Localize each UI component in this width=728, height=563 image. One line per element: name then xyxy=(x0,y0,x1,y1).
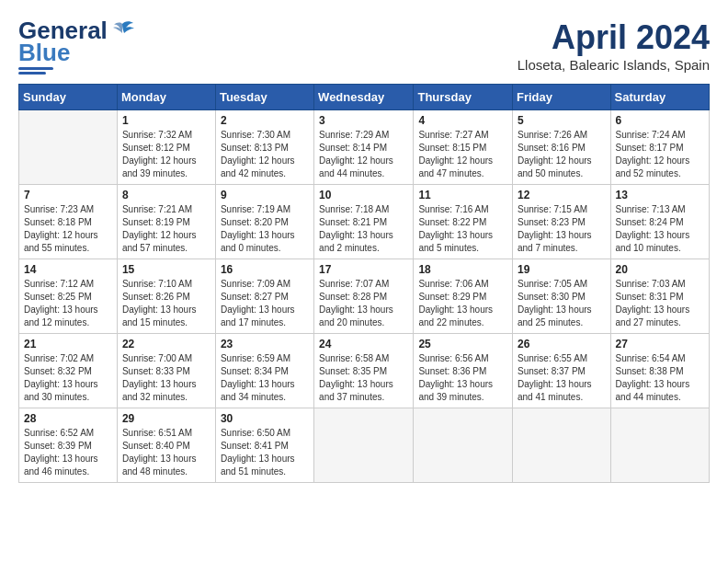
day-info: Sunrise: 7:02 AM Sunset: 8:32 PM Dayligh… xyxy=(24,352,112,404)
day-number: 2 xyxy=(221,114,309,127)
calendar-day-header: Friday xyxy=(513,85,611,110)
calendar-day-cell: 25Sunrise: 6:56 AM Sunset: 8:36 PM Dayli… xyxy=(414,334,513,408)
title-area: April 2024 Lloseta, Balearic Islands, Sp… xyxy=(518,18,710,73)
calendar-day-cell: 20Sunrise: 7:03 AM Sunset: 8:31 PM Dayli… xyxy=(610,259,709,334)
calendar-day-cell: 29Sunrise: 6:51 AM Sunset: 8:40 PM Dayli… xyxy=(117,408,215,483)
day-number: 3 xyxy=(319,114,408,127)
calendar-week-row: 7Sunrise: 7:23 AM Sunset: 8:18 PM Daylig… xyxy=(19,185,710,259)
logo-bird-icon xyxy=(109,20,135,40)
day-number: 12 xyxy=(518,189,606,201)
day-number: 22 xyxy=(122,338,210,350)
calendar-week-row: 1Sunrise: 7:32 AM Sunset: 8:12 PM Daylig… xyxy=(19,110,710,185)
day-number: 11 xyxy=(418,189,507,201)
day-info: Sunrise: 7:03 AM Sunset: 8:31 PM Dayligh… xyxy=(616,278,704,329)
location: Lloseta, Balearic Islands, Spain xyxy=(518,57,710,73)
day-number: 10 xyxy=(319,189,408,201)
day-info: Sunrise: 6:50 AM Sunset: 8:41 PM Dayligh… xyxy=(221,427,309,478)
day-number: 26 xyxy=(518,338,606,350)
day-info: Sunrise: 7:27 AM Sunset: 8:15 PM Dayligh… xyxy=(418,129,507,180)
day-number: 17 xyxy=(319,263,408,276)
day-number: 28 xyxy=(24,412,112,425)
day-number: 23 xyxy=(221,338,309,350)
day-info: Sunrise: 7:19 AM Sunset: 8:20 PM Dayligh… xyxy=(221,203,309,255)
day-info: Sunrise: 7:32 AM Sunset: 8:12 PM Dayligh… xyxy=(122,129,210,180)
day-number: 18 xyxy=(418,263,507,276)
calendar-day-header: Monday xyxy=(117,85,215,110)
day-number: 13 xyxy=(616,189,704,201)
logo: General Blue xyxy=(18,18,135,75)
calendar-body: 1Sunrise: 7:32 AM Sunset: 8:12 PM Daylig… xyxy=(19,110,710,483)
day-info: Sunrise: 6:56 AM Sunset: 8:36 PM Dayligh… xyxy=(418,352,507,404)
day-number: 30 xyxy=(221,412,309,425)
day-number: 25 xyxy=(418,338,507,350)
day-number: 4 xyxy=(418,114,507,127)
calendar-day-header: Thursday xyxy=(414,85,513,110)
calendar-week-row: 21Sunrise: 7:02 AM Sunset: 8:32 PM Dayli… xyxy=(19,334,710,408)
calendar-day-cell: 6Sunrise: 7:24 AM Sunset: 8:17 PM Daylig… xyxy=(610,110,709,185)
day-number: 7 xyxy=(24,189,112,201)
day-info: Sunrise: 7:05 AM Sunset: 8:30 PM Dayligh… xyxy=(518,278,606,329)
day-number: 14 xyxy=(24,263,112,276)
day-info: Sunrise: 7:10 AM Sunset: 8:26 PM Dayligh… xyxy=(122,278,210,329)
day-number: 29 xyxy=(122,412,210,425)
calendar-day-cell: 5Sunrise: 7:26 AM Sunset: 8:16 PM Daylig… xyxy=(513,110,611,185)
day-number: 27 xyxy=(616,338,704,350)
day-info: Sunrise: 7:26 AM Sunset: 8:16 PM Dayligh… xyxy=(518,129,606,180)
day-info: Sunrise: 6:55 AM Sunset: 8:37 PM Dayligh… xyxy=(518,352,606,404)
day-number: 8 xyxy=(122,189,210,201)
calendar-day-cell: 8Sunrise: 7:21 AM Sunset: 8:19 PM Daylig… xyxy=(117,185,215,259)
day-info: Sunrise: 7:09 AM Sunset: 8:27 PM Dayligh… xyxy=(221,278,309,329)
day-number: 15 xyxy=(122,263,210,276)
calendar-day-cell: 22Sunrise: 7:00 AM Sunset: 8:33 PM Dayli… xyxy=(117,334,215,408)
day-number: 24 xyxy=(319,338,408,350)
day-number: 20 xyxy=(616,263,704,276)
day-number: 1 xyxy=(122,114,210,127)
day-info: Sunrise: 6:59 AM Sunset: 8:34 PM Dayligh… xyxy=(221,352,309,404)
calendar-day-cell: 9Sunrise: 7:19 AM Sunset: 8:20 PM Daylig… xyxy=(215,185,313,259)
calendar-day-cell xyxy=(513,408,611,483)
month-title: April 2024 xyxy=(518,18,710,57)
day-info: Sunrise: 7:00 AM Sunset: 8:33 PM Dayligh… xyxy=(122,352,210,404)
calendar-day-header: Wednesday xyxy=(314,85,414,110)
calendar-day-cell: 16Sunrise: 7:09 AM Sunset: 8:27 PM Dayli… xyxy=(215,259,313,334)
calendar-day-cell xyxy=(314,408,414,483)
calendar-week-row: 14Sunrise: 7:12 AM Sunset: 8:25 PM Dayli… xyxy=(19,259,710,334)
calendar-header-row: SundayMondayTuesdayWednesdayThursdayFrid… xyxy=(19,85,710,110)
calendar-day-cell: 10Sunrise: 7:18 AM Sunset: 8:21 PM Dayli… xyxy=(314,185,414,259)
calendar-day-cell: 27Sunrise: 6:54 AM Sunset: 8:38 PM Dayli… xyxy=(610,334,709,408)
day-number: 5 xyxy=(518,114,606,127)
calendar-day-cell: 13Sunrise: 7:13 AM Sunset: 8:24 PM Dayli… xyxy=(610,185,709,259)
day-info: Sunrise: 6:51 AM Sunset: 8:40 PM Dayligh… xyxy=(122,427,210,478)
day-number: 16 xyxy=(221,263,309,276)
calendar-day-cell: 24Sunrise: 6:58 AM Sunset: 8:35 PM Dayli… xyxy=(314,334,414,408)
calendar-day-cell: 30Sunrise: 6:50 AM Sunset: 8:41 PM Dayli… xyxy=(215,408,313,483)
day-number: 9 xyxy=(221,189,309,201)
calendar-day-cell: 4Sunrise: 7:27 AM Sunset: 8:15 PM Daylig… xyxy=(414,110,513,185)
calendar-week-row: 28Sunrise: 6:52 AM Sunset: 8:39 PM Dayli… xyxy=(19,408,710,483)
calendar-day-cell: 28Sunrise: 6:52 AM Sunset: 8:39 PM Dayli… xyxy=(19,408,118,483)
day-info: Sunrise: 6:58 AM Sunset: 8:35 PM Dayligh… xyxy=(319,352,408,404)
calendar-day-cell xyxy=(610,408,709,483)
calendar-day-cell: 18Sunrise: 7:06 AM Sunset: 8:29 PM Dayli… xyxy=(414,259,513,334)
day-info: Sunrise: 7:29 AM Sunset: 8:14 PM Dayligh… xyxy=(319,129,408,180)
day-info: Sunrise: 7:16 AM Sunset: 8:22 PM Dayligh… xyxy=(418,203,507,255)
day-number: 21 xyxy=(24,338,112,350)
calendar-day-cell: 11Sunrise: 7:16 AM Sunset: 8:22 PM Dayli… xyxy=(414,185,513,259)
calendar-day-cell: 1Sunrise: 7:32 AM Sunset: 8:12 PM Daylig… xyxy=(117,110,215,185)
calendar-day-header: Tuesday xyxy=(215,85,313,110)
calendar-day-cell xyxy=(19,110,118,185)
logo-blue: Blue xyxy=(18,40,70,64)
day-number: 19 xyxy=(518,263,606,276)
day-info: Sunrise: 7:23 AM Sunset: 8:18 PM Dayligh… xyxy=(24,203,112,255)
day-info: Sunrise: 7:12 AM Sunset: 8:25 PM Dayligh… xyxy=(24,278,112,329)
calendar-day-cell: 17Sunrise: 7:07 AM Sunset: 8:28 PM Dayli… xyxy=(314,259,414,334)
calendar-day-header: Saturday xyxy=(610,85,709,110)
calendar-day-cell: 26Sunrise: 6:55 AM Sunset: 8:37 PM Dayli… xyxy=(513,334,611,408)
day-info: Sunrise: 7:13 AM Sunset: 8:24 PM Dayligh… xyxy=(616,203,704,255)
calendar-day-header: Sunday xyxy=(19,85,118,110)
calendar-day-cell: 12Sunrise: 7:15 AM Sunset: 8:23 PM Dayli… xyxy=(513,185,611,259)
day-info: Sunrise: 7:18 AM Sunset: 8:21 PM Dayligh… xyxy=(319,203,408,255)
day-info: Sunrise: 6:52 AM Sunset: 8:39 PM Dayligh… xyxy=(24,427,112,478)
day-info: Sunrise: 7:07 AM Sunset: 8:28 PM Dayligh… xyxy=(319,278,408,329)
page-header: General Blue April 2024 Lloseta, Balea xyxy=(18,18,710,75)
